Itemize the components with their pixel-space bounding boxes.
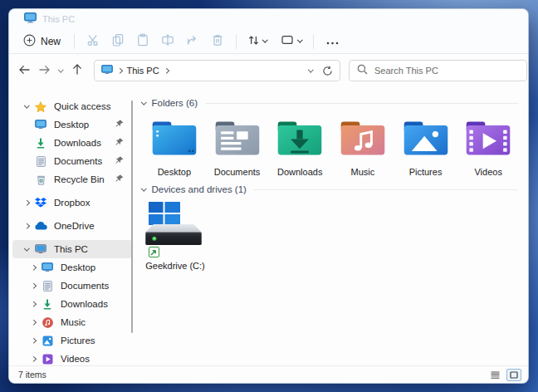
up-button[interactable] (67, 60, 87, 81)
drive-tile-geekdrive[interactable]: Geekdrive (C:) (143, 200, 213, 271)
toolbar-divider (313, 34, 314, 49)
folder-tile-videos[interactable]: Videos (457, 119, 520, 177)
sidebar-item-label: OneDrive (54, 221, 95, 231)
chevron-down-icon[interactable] (21, 105, 32, 109)
more-button[interactable] (320, 31, 345, 52)
desktop-icon (34, 120, 47, 130)
sidebar-item-label: Desktop (61, 262, 95, 272)
sidebar-item-documents[interactable]: Documents (12, 152, 132, 170)
items-count: 7 items (18, 370, 46, 380)
search-input[interactable] (374, 66, 519, 76)
section-title: Devices and drives (1) (152, 184, 247, 194)
downloads-icon (41, 299, 54, 310)
devices-grid: Geekdrive (C:) (139, 200, 520, 271)
collapse-chevron-icon[interactable] (141, 185, 146, 190)
rename-icon (161, 33, 174, 49)
folders-section-header[interactable]: Folders (6) (139, 96, 520, 110)
sidebar-item-this-pc-downloads[interactable]: Downloads (12, 295, 132, 313)
delete-icon (211, 33, 224, 49)
sidebar-item-onedrive[interactable]: OneDrive (12, 217, 132, 235)
folder-tile-music[interactable]: Music (331, 119, 394, 177)
rename-button[interactable] (155, 31, 180, 52)
chevron-right-icon[interactable] (27, 302, 39, 306)
devices-section-header[interactable]: Devices and drives (1) (139, 182, 520, 197)
sidebar-item-dropbox[interactable]: Dropbox (12, 194, 132, 212)
breadcrumb-chevron-icon[interactable] (164, 68, 169, 73)
sidebar-item-label: Recycle Bin (54, 174, 105, 184)
chevron-down-icon (297, 37, 302, 42)
large-icons-view-button[interactable] (506, 369, 521, 381)
folder-tile-documents[interactable]: Documents (206, 119, 269, 177)
chevron-right-icon[interactable] (27, 266, 39, 270)
sidebar-item-desktop[interactable]: Desktop (12, 115, 132, 134)
sidebar-item-recycle-bin[interactable]: Recycle Bin (12, 170, 132, 189)
delete-button[interactable] (205, 31, 230, 52)
folder-tile-downloads[interactable]: Downloads (268, 119, 331, 177)
this-pc-icon (24, 12, 37, 27)
sidebar-item-label: Desktop (54, 120, 89, 130)
music-icon (41, 317, 54, 328)
sidebar-item-quick-access[interactable]: Quick access (12, 97, 132, 115)
chevron-right-icon[interactable] (27, 321, 39, 325)
address-dropdown-icon[interactable] (308, 66, 313, 71)
sidebar-item-this-pc-videos[interactable]: Videos (12, 350, 132, 365)
sidebar-item-label: Documents (61, 281, 109, 291)
new-button[interactable]: New (16, 31, 68, 52)
refresh-icon[interactable] (322, 66, 333, 76)
title-bar[interactable]: This PC (9, 9, 528, 29)
details-view-button[interactable] (487, 369, 502, 381)
section-divider (205, 103, 518, 104)
chevron-right-icon[interactable] (21, 201, 32, 205)
sidebar-scrollbar[interactable] (131, 100, 133, 333)
address-bar[interactable]: This PC (94, 60, 340, 81)
view-icon (281, 34, 294, 48)
sidebar-item-label: Downloads (61, 299, 108, 309)
sort-button[interactable] (242, 31, 272, 52)
folder-tile-pictures[interactable]: Pictures (394, 119, 457, 177)
folder-desktop-icon (150, 119, 198, 161)
pictures-icon (41, 336, 54, 346)
new-icon (23, 34, 36, 49)
copy-button[interactable] (105, 31, 130, 52)
folder-music-icon (339, 119, 387, 161)
tile-label: Geekdrive (C:) (143, 261, 208, 271)
sidebar-item-label: This PC (54, 244, 88, 254)
address-row: This PC (9, 54, 528, 87)
paste-button[interactable] (130, 31, 155, 52)
view-button[interactable] (276, 31, 307, 52)
cut-icon (86, 33, 100, 49)
chevron-right-icon[interactable] (27, 284, 39, 288)
folders-grid: Desktop (139, 119, 520, 177)
sidebar-item-downloads[interactable]: Downloads (12, 134, 132, 152)
dropbox-icon (34, 198, 47, 208)
folder-tile-desktop[interactable]: Desktop (143, 119, 206, 177)
chevron-down-icon[interactable] (21, 247, 32, 252)
chevron-right-icon[interactable] (27, 339, 39, 343)
sidebar-item-this-pc-pictures[interactable]: Pictures (12, 331, 132, 350)
more-icon (326, 35, 339, 47)
share-button[interactable] (180, 31, 205, 52)
file-explorer-window: This PC New (8, 8, 529, 384)
forward-icon (38, 64, 51, 78)
pin-icon (115, 120, 124, 130)
toolbar-divider (236, 34, 237, 49)
drive-icon (143, 200, 208, 258)
sort-icon (247, 34, 260, 49)
back-button[interactable] (14, 60, 34, 81)
collapse-chevron-icon[interactable] (141, 99, 146, 104)
forward-button[interactable] (34, 60, 54, 81)
pin-icon (115, 138, 124, 148)
recent-locations-button[interactable] (54, 60, 67, 81)
sidebar-item-this-pc-music[interactable]: Music (12, 313, 132, 331)
cut-button[interactable] (81, 31, 105, 52)
sidebar-item-this-pc-desktop[interactable]: Desktop (12, 258, 132, 277)
breadcrumb-location[interactable]: This PC (127, 66, 159, 76)
chevron-right-icon[interactable] (21, 224, 32, 228)
sidebar-item-this-pc-documents[interactable]: Documents (12, 277, 132, 295)
sidebar-item-label: Dropbox (54, 198, 90, 208)
tile-label: Music (350, 167, 374, 177)
search-box[interactable] (349, 60, 527, 81)
sidebar-item-this-pc[interactable]: This PC (12, 240, 132, 258)
chevron-right-icon[interactable] (27, 357, 39, 361)
explorer-body: Quick access Desktop Downloads (9, 87, 528, 365)
